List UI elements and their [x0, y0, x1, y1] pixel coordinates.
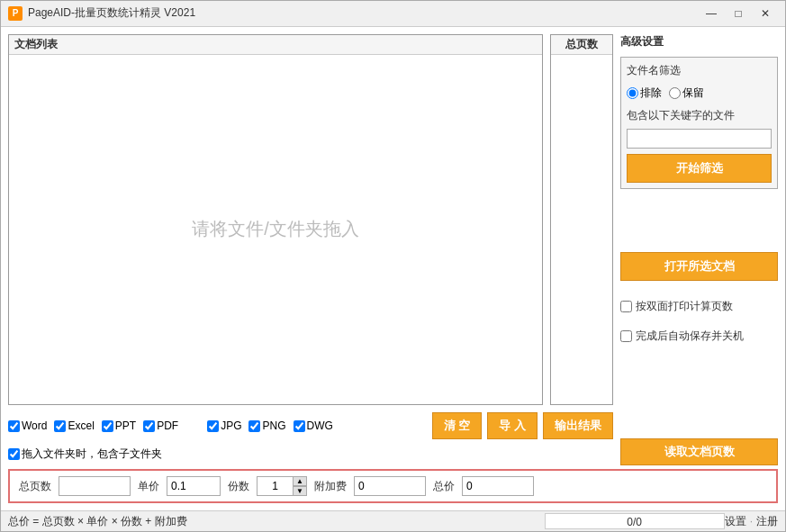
png-label: PNG: [262, 419, 285, 432]
window-controls: — □ ✕: [699, 5, 778, 23]
total-price-label: 总价: [433, 479, 455, 494]
duplex-print-checkbox[interactable]: [620, 301, 632, 312]
jpg-checkbox[interactable]: [207, 420, 219, 432]
subfolder-checkbox-item: 拖入文件夹时，包含子文件夹: [8, 446, 162, 462]
right-panel: 高级设置 文件名筛选 排除 保留 包含以下关键字的文件: [620, 34, 778, 465]
import-button[interactable]: 导 入: [487, 412, 538, 439]
doc-list-content[interactable]: 请将文件/文件夹拖入: [9, 55, 542, 404]
keep-label: 保留: [682, 86, 704, 101]
progress-display: 0/0: [545, 513, 725, 529]
dwg-checkbox-item: DWG: [294, 419, 333, 432]
ppt-label: PPT: [115, 419, 136, 432]
copies-increment-button[interactable]: ▲: [293, 476, 307, 486]
exclude-radio-item: 排除: [627, 86, 662, 101]
status-bar: 总价 = 总页数 × 单价 × 份数 + 附加费 0/0 设置 · 注册: [1, 510, 785, 531]
subfolder-checkbox[interactable]: [8, 448, 20, 460]
ppt-checkbox[interactable]: [102, 420, 113, 432]
pdf-checkbox[interactable]: [143, 420, 155, 432]
duplex-print-label: 按双面打印计算页数: [636, 299, 733, 314]
keyword-input[interactable]: [627, 129, 772, 149]
auto-save-checkbox[interactable]: [620, 330, 632, 342]
word-label: Word: [22, 419, 47, 432]
left-panel: 文档列表 请将文件/文件夹拖入 总页数 Word: [8, 34, 613, 465]
export-button[interactable]: 输出结果: [543, 412, 613, 439]
png-checkbox[interactable]: [248, 420, 260, 432]
formula-label: 总价 = 总页数 × 单价 × 份数 + 附加费: [8, 514, 545, 529]
pdf-label: PDF: [157, 419, 178, 432]
dwg-checkbox[interactable]: [294, 420, 305, 432]
doc-list-header: 文档列表: [9, 35, 542, 55]
maximize-button[interactable]: □: [726, 5, 751, 23]
pdf-checkbox-item: PDF: [143, 419, 178, 432]
excel-checkbox[interactable]: [54, 420, 66, 432]
exclude-radio[interactable]: [627, 87, 638, 99]
register-link[interactable]: 注册: [756, 514, 778, 529]
doc-list-box: 文档列表 请将文件/文件夹拖入: [8, 34, 543, 405]
auto-save-label: 完成后自动保存并关机: [636, 329, 744, 344]
jpg-checkbox-item: JPG: [207, 419, 241, 432]
ppt-checkbox-item: PPT: [102, 419, 136, 432]
dwg-label: DWG: [307, 419, 333, 432]
app-icon: P: [8, 6, 23, 21]
total-price-input[interactable]: [462, 476, 534, 496]
excel-label: Excel: [68, 419, 94, 432]
copies-stepper: ▲ ▼: [257, 476, 307, 496]
settings-header: 高级设置: [620, 34, 778, 50]
png-checkbox-item: PNG: [248, 419, 285, 432]
close-button[interactable]: ✕: [753, 5, 778, 23]
unit-price-label: 单价: [138, 479, 159, 494]
app-window: P PageAID-批量页数统计精灵 V2021 — □ ✕ 文档列表 请将文件…: [0, 0, 786, 532]
doc-list-section: 文档列表 请将文件/文件夹拖入 总页数: [8, 34, 613, 405]
price-row: 总页数 单价 份数 ▲ ▼ 附加费 总价: [8, 469, 778, 503]
minimize-button[interactable]: —: [699, 5, 724, 23]
jpg-label: JPG: [221, 419, 241, 432]
read-pages-button[interactable]: 读取文档页数: [620, 438, 778, 465]
stepper-buttons: ▲ ▼: [293, 476, 307, 496]
file-type-row1: Word Excel PPT PDF: [8, 409, 613, 443]
page-count-content: [551, 55, 612, 404]
separator: ·: [750, 515, 753, 527]
excel-checkbox-item: Excel: [54, 419, 94, 432]
open-docs-button[interactable]: 打开所选文档: [620, 252, 778, 281]
page-count-col: 总页数: [550, 34, 613, 405]
page-count-header: 总页数: [551, 35, 612, 55]
window-title: PageAID-批量页数统计精灵 V2021: [28, 5, 195, 21]
unit-price-input[interactable]: [167, 476, 221, 496]
start-filter-button[interactable]: 开始筛选: [627, 154, 772, 183]
copies-decrement-button[interactable]: ▼: [293, 486, 307, 496]
filter-label: 文件名筛选: [627, 63, 772, 78]
word-checkbox-item: Word: [8, 419, 47, 432]
radio-group: 排除 保留: [627, 86, 772, 101]
duplex-print-option: 按双面打印计算页数: [620, 299, 778, 314]
settings-box: 文件名筛选 排除 保留 包含以下关键字的文件 开始筛选: [620, 57, 778, 189]
status-bar-right: 设置 · 注册: [725, 514, 778, 529]
doc-list-placeholder: 请将文件/文件夹拖入: [192, 217, 359, 241]
title-bar: P PageAID-批量页数统计精灵 V2021 — □ ✕: [1, 1, 785, 27]
copies-label: 份数: [228, 479, 249, 494]
extra-fee-label: 附加费: [314, 479, 347, 494]
action-row: 清 空 导 入 输出结果: [432, 412, 613, 439]
keep-radio-item: 保留: [669, 86, 704, 101]
keyword-label: 包含以下关键字的文件: [627, 108, 772, 123]
total-pages-label: 总页数: [19, 479, 51, 494]
subfolder-label: 拖入文件夹时，包含子文件夹: [22, 446, 162, 462]
clear-button[interactable]: 清 空: [432, 412, 483, 439]
subfolder-row: 拖入文件夹时，包含子文件夹: [8, 446, 613, 465]
auto-save-option: 完成后自动保存并关机: [620, 329, 778, 344]
main-container: 文档列表 请将文件/文件夹拖入 总页数 Word: [1, 27, 785, 510]
copies-input[interactable]: [257, 476, 293, 496]
exclude-label: 排除: [640, 86, 662, 101]
title-bar-left: P PageAID-批量页数统计精灵 V2021: [8, 5, 195, 21]
content-area: 文档列表 请将文件/文件夹拖入 总页数 Word: [8, 34, 778, 465]
settings-link[interactable]: 设置: [725, 514, 746, 529]
keep-radio[interactable]: [669, 87, 681, 99]
word-checkbox[interactable]: [8, 420, 20, 432]
total-pages-input[interactable]: [59, 476, 131, 496]
extra-fee-input[interactable]: [354, 476, 426, 496]
